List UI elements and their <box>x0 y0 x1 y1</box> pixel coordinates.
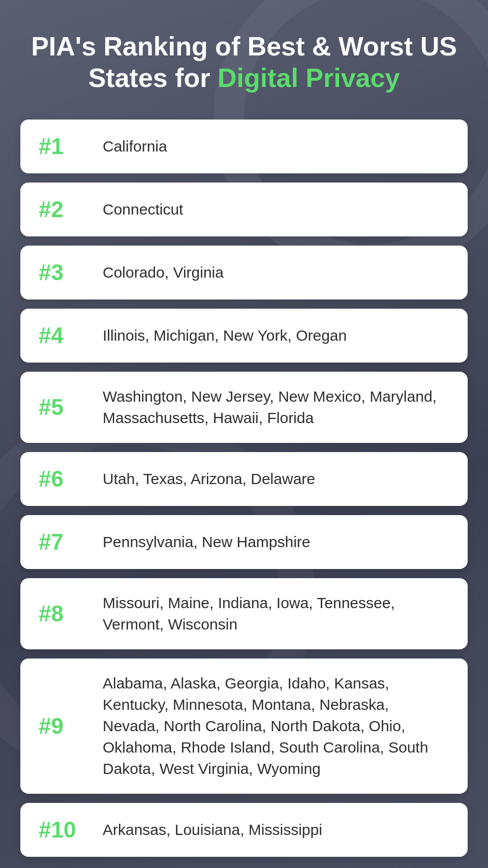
ranking-item: #7Pennsylvania, New Hampshire <box>20 515 468 569</box>
state-name-3: Colorado, Virginia <box>103 262 224 283</box>
rank-number-4: #4 <box>39 323 84 348</box>
title-line2: States for Digital Privacy <box>31 62 457 94</box>
rank-number-5: #5 <box>39 395 84 420</box>
rank-number-7: #7 <box>39 529 84 555</box>
ranking-item: #8Missouri, Maine, Indiana, Iowa, Tennes… <box>20 578 468 649</box>
page-title: PIA's Ranking of Best & Worst US States … <box>31 31 457 94</box>
state-name-1: California <box>103 136 167 157</box>
title-line1: PIA's Ranking of Best & Worst US <box>31 31 457 62</box>
ranking-item: #3Colorado, Virginia <box>20 246 468 300</box>
ranking-item: #9Alabama, Alaska, Georgia, Idaho, Kansa… <box>20 659 468 794</box>
ranking-item: #4Illinois, Michigan, New York, Oregan <box>20 309 468 363</box>
ranking-list: #1California#2Connecticut#3Colorado, Vir… <box>20 119 468 857</box>
state-name-5: Washington, New Jersey, New Mexico, Mary… <box>103 386 449 429</box>
title-highlight: Digital Privacy <box>218 63 400 93</box>
ranking-item: #10Arkansas, Louisiana, Mississippi <box>20 803 468 857</box>
state-name-8: Missouri, Maine, Indiana, Iowa, Tennesse… <box>103 592 449 635</box>
rank-number-8: #8 <box>39 601 84 626</box>
state-name-7: Pennsylvania, New Hampshire <box>103 531 311 553</box>
rank-number-10: #10 <box>39 817 84 843</box>
state-name-6: Utah, Texas, Arizona, Delaware <box>103 468 315 490</box>
rank-number-1: #1 <box>39 134 84 159</box>
ranking-item: #1California <box>20 119 468 173</box>
ranking-item: #5Washington, New Jersey, New Mexico, Ma… <box>20 372 468 443</box>
rank-number-2: #2 <box>39 197 84 222</box>
rank-number-9: #9 <box>39 713 84 739</box>
state-name-4: Illinois, Michigan, New York, Oregan <box>103 325 347 346</box>
state-name-2: Connecticut <box>103 199 183 220</box>
rank-number-3: #3 <box>39 260 84 285</box>
rank-number-6: #6 <box>39 466 84 492</box>
title-line2-text: States for <box>88 63 218 93</box>
state-name-9: Alabama, Alaska, Georgia, Idaho, Kansas,… <box>103 673 449 780</box>
ranking-item: #2Connecticut <box>20 183 468 236</box>
ranking-item: #6Utah, Texas, Arizona, Delaware <box>20 452 468 506</box>
state-name-10: Arkansas, Louisiana, Mississippi <box>103 819 322 841</box>
